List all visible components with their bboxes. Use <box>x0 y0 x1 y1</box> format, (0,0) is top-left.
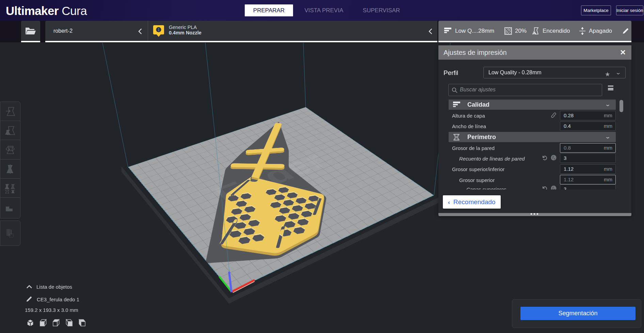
svg-text:x: x <box>553 157 555 160</box>
svg-text:1: 1 <box>158 28 160 32</box>
